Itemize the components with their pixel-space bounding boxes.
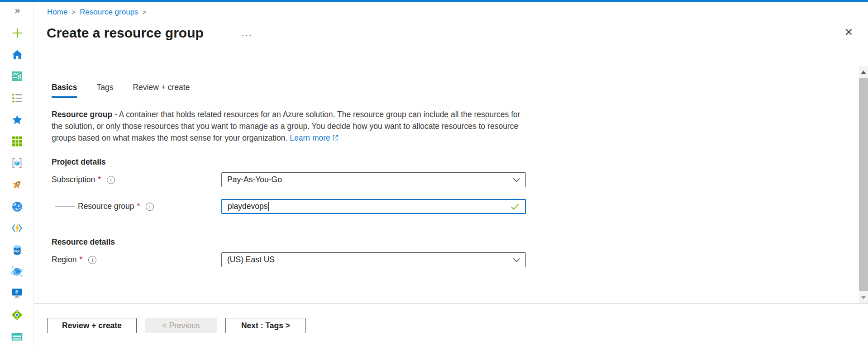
sidebar-icon-column: SQL — [0, 27, 34, 343]
breadcrumb: Home>Resource groups> — [47, 8, 150, 17]
vertical-scrollbar[interactable] — [859, 66, 868, 303]
breadcrumb-separator: > — [67, 8, 80, 16]
resource-group-description: Resource group - A container that holds … — [52, 109, 526, 144]
scrollbar-thumb[interactable] — [859, 78, 868, 291]
sidebar-item-dashboard[interactable] — [0, 70, 34, 82]
create-resource-group-panel: Basics Tags Review + create Resource gro… — [34, 66, 868, 304]
subscription-label: Subscription*i — [52, 175, 221, 184]
sidebar-item-load-balancers[interactable] — [0, 309, 34, 321]
rocket-icon — [11, 179, 23, 191]
cosmos-db-icon — [11, 265, 23, 278]
sidebar-item-favorites[interactable] — [0, 113, 34, 126]
description-body: - A container that holds related resourc… — [52, 110, 520, 142]
sidebar-item-storage-accounts[interactable] — [0, 331, 34, 343]
sidebar-item-cosmos-db[interactable] — [0, 265, 34, 278]
required-asterisk: * — [79, 255, 82, 265]
storage-account-icon — [11, 331, 23, 343]
tab-review-create[interactable]: Review + create — [133, 83, 190, 98]
region-row: Region*i (US) East US — [52, 252, 841, 267]
sidebar-item-function-app[interactable] — [0, 222, 34, 234]
sidebar-item-resource-groups[interactable] — [0, 157, 34, 169]
triangle-down-icon — [861, 296, 866, 299]
top-accent-bar — [0, 0, 868, 2]
dashboard-icon — [11, 71, 23, 82]
text-cursor — [268, 202, 269, 211]
required-asterisk: * — [137, 202, 140, 211]
next-tags-button[interactable]: Next : Tags > — [225, 318, 306, 333]
project-details-heading: Project details — [52, 157, 841, 167]
footer-bar: Review + create < Previous Next : Tags > — [34, 304, 868, 345]
previous-button[interactable]: < Previous — [145, 318, 217, 333]
breadcrumb-separator: > — [138, 8, 151, 16]
sidebar: » SQL — [0, 2, 34, 345]
hierarchy-connector-line — [55, 187, 75, 207]
info-icon[interactable]: i — [107, 176, 115, 184]
sidebar-expand-button[interactable]: » — [15, 5, 20, 15]
resource-group-label: Resource group*i — [52, 202, 221, 211]
sidebar-item-home[interactable] — [0, 48, 34, 61]
required-asterisk: * — [98, 175, 101, 184]
sidebar-item-quickstart-center[interactable] — [0, 179, 34, 191]
region-value: (US) East US — [227, 255, 275, 265]
all-resources-grid-icon — [11, 136, 23, 147]
scrollbar-down-button[interactable] — [859, 292, 868, 303]
function-app-icon — [11, 222, 23, 234]
sidebar-item-all-services[interactable] — [0, 92, 34, 104]
region-label: Region*i — [52, 255, 221, 265]
resource-details-heading: Resource details — [52, 237, 841, 247]
sidebar-item-virtual-machines[interactable] — [0, 287, 34, 299]
external-link-icon — [332, 134, 339, 141]
page-title: Create a resource group — [47, 25, 204, 41]
resource-group-row: Resource group*i playdevops — [52, 199, 841, 214]
sidebar-item-sql-databases[interactable]: SQL — [0, 244, 34, 256]
info-icon[interactable]: i — [88, 256, 96, 264]
chevron-down-icon — [513, 178, 520, 182]
app-services-globe-icon — [11, 201, 23, 213]
subscription-row: Subscription*i Pay-As-You-Go — [52, 172, 841, 187]
all-services-icon — [11, 92, 23, 104]
learn-more-link[interactable]: Learn more — [290, 133, 339, 142]
plus-icon — [11, 27, 23, 39]
more-options-icon[interactable]: ... — [242, 28, 253, 38]
subscription-value: Pay-As-You-Go — [227, 175, 282, 184]
breadcrumb-resource-groups-link[interactable]: Resource groups — [80, 8, 138, 16]
validation-check-icon — [510, 203, 520, 210]
home-icon — [11, 49, 23, 61]
sidebar-item-create-resource[interactable] — [0, 27, 34, 39]
svg-text:SQL: SQL — [14, 249, 20, 253]
resource-groups-icon — [11, 157, 23, 169]
resource-group-value: playdevops — [228, 202, 268, 211]
resource-group-input[interactable]: playdevops — [221, 199, 526, 214]
subscription-dropdown[interactable]: Pay-As-You-Go — [221, 172, 526, 187]
tab-tags[interactable]: Tags — [96, 83, 113, 98]
scrollbar-up-button[interactable] — [859, 66, 868, 78]
sidebar-item-all-resources[interactable] — [0, 135, 34, 147]
load-balancer-icon — [11, 309, 23, 321]
tab-basics[interactable]: Basics — [52, 83, 77, 98]
region-dropdown[interactable]: (US) East US — [221, 252, 526, 267]
info-icon[interactable]: i — [146, 203, 154, 211]
chevron-double-right-icon: » — [15, 5, 20, 15]
virtual-machine-icon — [11, 287, 23, 299]
favorites-star-icon — [11, 114, 23, 126]
breadcrumb-home-link[interactable]: Home — [47, 8, 67, 16]
triangle-up-icon — [861, 71, 866, 74]
tab-bar: Basics Tags Review + create — [52, 83, 841, 98]
close-icon[interactable]: ✕ — [844, 27, 853, 38]
description-lead: Resource group — [52, 110, 112, 119]
chevron-down-icon — [513, 258, 520, 262]
review-create-button[interactable]: Review + create — [47, 318, 137, 333]
sidebar-item-app-services[interactable] — [0, 200, 34, 213]
sql-database-icon: SQL — [11, 244, 23, 256]
